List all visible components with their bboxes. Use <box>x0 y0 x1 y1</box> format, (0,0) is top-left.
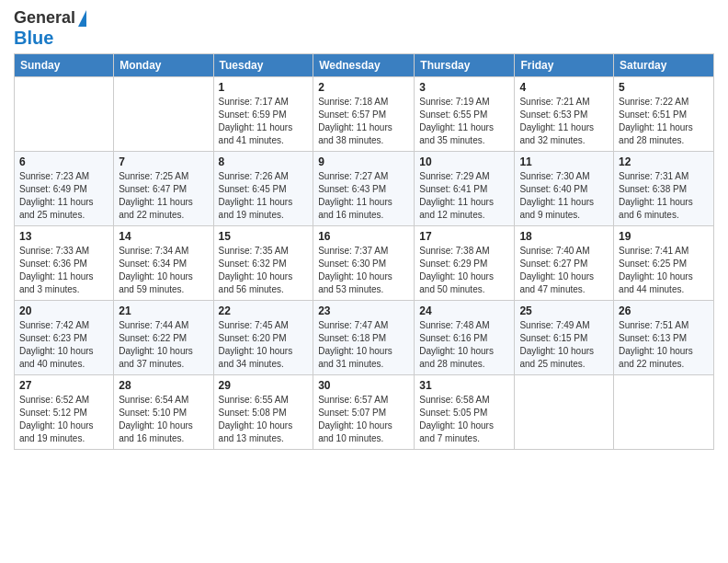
column-header-thursday: Thursday <box>415 53 515 76</box>
calendar-cell: 14Sunrise: 7:34 AM Sunset: 6:34 PM Dayli… <box>114 225 213 300</box>
column-header-wednesday: Wednesday <box>313 53 415 76</box>
day-info: Sunrise: 7:49 AM Sunset: 6:15 PM Dayligh… <box>519 319 609 371</box>
calendar-cell <box>614 374 714 449</box>
day-info: Sunrise: 7:34 AM Sunset: 6:34 PM Dayligh… <box>119 245 208 296</box>
day-number: 24 <box>419 304 509 317</box>
column-header-tuesday: Tuesday <box>213 53 313 76</box>
day-number: 21 <box>119 304 208 317</box>
calendar-cell: 13Sunrise: 7:33 AM Sunset: 6:36 PM Dayli… <box>15 225 114 300</box>
logo-general: General <box>14 9 75 28</box>
day-number: 27 <box>19 379 108 392</box>
calendar-cell: 5Sunrise: 7:22 AM Sunset: 6:51 PM Daylig… <box>614 76 714 151</box>
calendar-cell: 22Sunrise: 7:45 AM Sunset: 6:20 PM Dayli… <box>213 300 313 374</box>
day-info: Sunrise: 6:57 AM Sunset: 5:07 PM Dayligh… <box>318 394 409 445</box>
calendar-cell: 30Sunrise: 6:57 AM Sunset: 5:07 PM Dayli… <box>313 374 415 449</box>
day-number: 30 <box>318 379 409 392</box>
calendar-cell: 28Sunrise: 6:54 AM Sunset: 5:10 PM Dayli… <box>114 374 213 449</box>
calendar-week-row: 6Sunrise: 7:23 AM Sunset: 6:49 PM Daylig… <box>15 151 714 225</box>
day-number: 26 <box>619 304 709 317</box>
calendar-cell: 18Sunrise: 7:40 AM Sunset: 6:27 PM Dayli… <box>515 225 614 300</box>
day-number: 25 <box>519 304 609 317</box>
day-number: 14 <box>119 230 208 243</box>
day-info: Sunrise: 7:19 AM Sunset: 6:55 PM Dayligh… <box>419 96 509 147</box>
calendar-cell: 1Sunrise: 7:17 AM Sunset: 6:59 PM Daylig… <box>213 76 313 151</box>
day-number: 16 <box>318 230 409 243</box>
calendar-cell: 29Sunrise: 6:55 AM Sunset: 5:08 PM Dayli… <box>213 374 313 449</box>
day-number: 19 <box>619 230 709 243</box>
day-number: 9 <box>318 155 409 168</box>
day-info: Sunrise: 7:31 AM Sunset: 6:38 PM Dayligh… <box>619 170 709 222</box>
day-number: 2 <box>318 81 409 94</box>
calendar-cell: 23Sunrise: 7:47 AM Sunset: 6:18 PM Dayli… <box>313 300 415 374</box>
calendar-table: SundayMondayTuesdayWednesdayThursdayFrid… <box>14 53 714 450</box>
logo-blue: Blue <box>14 28 53 48</box>
day-number: 28 <box>119 379 208 392</box>
day-info: Sunrise: 6:54 AM Sunset: 5:10 PM Dayligh… <box>119 394 208 445</box>
day-info: Sunrise: 7:51 AM Sunset: 6:13 PM Dayligh… <box>619 319 709 371</box>
day-number: 11 <box>519 155 609 168</box>
day-info: Sunrise: 7:47 AM Sunset: 6:18 PM Dayligh… <box>318 319 409 371</box>
column-header-saturday: Saturday <box>614 53 714 76</box>
day-info: Sunrise: 7:21 AM Sunset: 6:53 PM Dayligh… <box>519 96 609 147</box>
day-number: 18 <box>519 230 609 243</box>
day-info: Sunrise: 6:52 AM Sunset: 5:12 PM Dayligh… <box>19 394 108 445</box>
day-number: 13 <box>19 230 108 243</box>
calendar-cell <box>114 76 213 151</box>
day-info: Sunrise: 7:22 AM Sunset: 6:51 PM Dayligh… <box>619 96 709 147</box>
calendar-cell: 6Sunrise: 7:23 AM Sunset: 6:49 PM Daylig… <box>15 151 114 225</box>
day-info: Sunrise: 7:42 AM Sunset: 6:23 PM Dayligh… <box>19 319 108 371</box>
calendar-cell: 7Sunrise: 7:25 AM Sunset: 6:47 PM Daylig… <box>114 151 213 225</box>
day-info: Sunrise: 6:55 AM Sunset: 5:08 PM Dayligh… <box>219 394 309 445</box>
calendar-cell <box>515 374 614 449</box>
calendar-cell: 17Sunrise: 7:38 AM Sunset: 6:29 PM Dayli… <box>415 225 515 300</box>
calendar-week-row: 20Sunrise: 7:42 AM Sunset: 6:23 PM Dayli… <box>15 300 714 374</box>
day-info: Sunrise: 7:23 AM Sunset: 6:49 PM Dayligh… <box>19 170 108 222</box>
day-info: Sunrise: 7:26 AM Sunset: 6:45 PM Dayligh… <box>219 170 309 222</box>
day-number: 4 <box>519 81 609 94</box>
calendar-cell: 31Sunrise: 6:58 AM Sunset: 5:05 PM Dayli… <box>415 374 515 449</box>
calendar-cell: 12Sunrise: 7:31 AM Sunset: 6:38 PM Dayli… <box>614 151 714 225</box>
calendar-week-row: 13Sunrise: 7:33 AM Sunset: 6:36 PM Dayli… <box>15 225 714 300</box>
day-info: Sunrise: 7:33 AM Sunset: 6:36 PM Dayligh… <box>19 245 108 296</box>
logo-triangle-icon <box>78 10 86 27</box>
day-info: Sunrise: 7:37 AM Sunset: 6:30 PM Dayligh… <box>318 245 409 296</box>
day-number: 29 <box>219 379 309 392</box>
calendar-cell: 8Sunrise: 7:26 AM Sunset: 6:45 PM Daylig… <box>213 151 313 225</box>
day-number: 5 <box>619 81 709 94</box>
logo: General Blue <box>14 9 86 48</box>
calendar-cell: 26Sunrise: 7:51 AM Sunset: 6:13 PM Dayli… <box>614 300 714 374</box>
day-number: 12 <box>619 155 709 168</box>
calendar-cell: 16Sunrise: 7:37 AM Sunset: 6:30 PM Dayli… <box>313 225 415 300</box>
column-header-monday: Monday <box>114 53 213 76</box>
calendar-header-row: SundayMondayTuesdayWednesdayThursdayFrid… <box>15 53 714 76</box>
calendar-cell: 2Sunrise: 7:18 AM Sunset: 6:57 PM Daylig… <box>313 76 415 151</box>
day-info: Sunrise: 6:58 AM Sunset: 5:05 PM Dayligh… <box>419 394 509 445</box>
day-number: 3 <box>419 81 509 94</box>
day-info: Sunrise: 7:40 AM Sunset: 6:27 PM Dayligh… <box>519 245 609 296</box>
calendar-cell: 11Sunrise: 7:30 AM Sunset: 6:40 PM Dayli… <box>515 151 614 225</box>
day-number: 31 <box>419 379 509 392</box>
calendar-week-row: 27Sunrise: 6:52 AM Sunset: 5:12 PM Dayli… <box>15 374 714 449</box>
day-info: Sunrise: 7:27 AM Sunset: 6:43 PM Dayligh… <box>318 170 409 222</box>
calendar-cell: 20Sunrise: 7:42 AM Sunset: 6:23 PM Dayli… <box>15 300 114 374</box>
calendar-cell <box>15 76 114 151</box>
calendar-cell: 9Sunrise: 7:27 AM Sunset: 6:43 PM Daylig… <box>313 151 415 225</box>
day-info: Sunrise: 7:35 AM Sunset: 6:32 PM Dayligh… <box>219 245 309 296</box>
column-header-sunday: Sunday <box>15 53 114 76</box>
day-info: Sunrise: 7:25 AM Sunset: 6:47 PM Dayligh… <box>119 170 208 222</box>
day-number: 17 <box>419 230 509 243</box>
calendar-cell: 25Sunrise: 7:49 AM Sunset: 6:15 PM Dayli… <box>515 300 614 374</box>
calendar-cell: 15Sunrise: 7:35 AM Sunset: 6:32 PM Dayli… <box>213 225 313 300</box>
day-number: 22 <box>219 304 309 317</box>
day-info: Sunrise: 7:48 AM Sunset: 6:16 PM Dayligh… <box>419 319 509 371</box>
calendar-cell: 4Sunrise: 7:21 AM Sunset: 6:53 PM Daylig… <box>515 76 614 151</box>
day-info: Sunrise: 7:29 AM Sunset: 6:41 PM Dayligh… <box>419 170 509 222</box>
day-number: 6 <box>19 155 108 168</box>
column-header-friday: Friday <box>515 53 614 76</box>
day-number: 7 <box>119 155 208 168</box>
calendar-cell: 21Sunrise: 7:44 AM Sunset: 6:22 PM Dayli… <box>114 300 213 374</box>
day-number: 8 <box>219 155 309 168</box>
calendar-cell: 19Sunrise: 7:41 AM Sunset: 6:25 PM Dayli… <box>614 225 714 300</box>
calendar-cell: 3Sunrise: 7:19 AM Sunset: 6:55 PM Daylig… <box>415 76 515 151</box>
calendar-cell: 27Sunrise: 6:52 AM Sunset: 5:12 PM Dayli… <box>15 374 114 449</box>
